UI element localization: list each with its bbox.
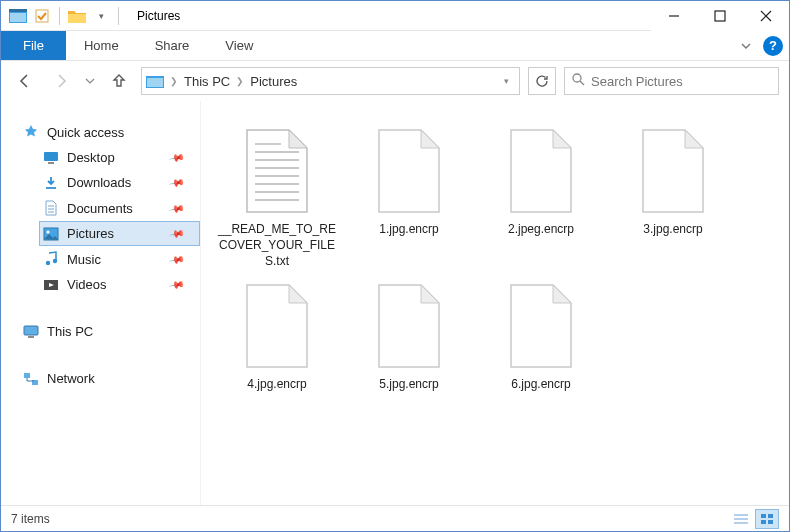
- file-name-label: 6.jpg.encrp: [507, 376, 574, 392]
- tree-group-network: Network: [19, 366, 200, 391]
- sidebar-item-downloads[interactable]: Downloads📌: [39, 170, 200, 195]
- tree-this-pc[interactable]: This PC: [19, 319, 200, 344]
- file-icon: [368, 125, 450, 217]
- sidebar-item-music[interactable]: Music📌: [39, 246, 200, 272]
- sidebar-item-pictures[interactable]: Pictures📌: [39, 221, 200, 246]
- window-title: Pictures: [137, 9, 651, 23]
- back-button[interactable]: [11, 67, 39, 95]
- file-tab[interactable]: File: [1, 31, 66, 60]
- tree-label: Network: [47, 371, 95, 386]
- svg-line-11: [580, 81, 584, 85]
- file-item[interactable]: 5.jpg.encrp: [343, 276, 475, 431]
- svg-rect-9: [147, 78, 163, 87]
- file-item[interactable]: 3.jpg.encrp: [607, 121, 739, 276]
- close-button[interactable]: [743, 1, 789, 31]
- addressbar-dropdown-icon[interactable]: ▾: [504, 76, 509, 86]
- sidebar-item-label: Videos: [67, 277, 107, 292]
- svg-point-19: [46, 230, 49, 233]
- refresh-button[interactable]: [528, 67, 556, 95]
- file-list[interactable]: __READ_ME_TO_RECOVER_YOUR_FILES.txt 1.jp…: [201, 101, 789, 505]
- view-details-button[interactable]: [729, 509, 753, 529]
- file-name-label: 1.jpg.encrp: [375, 221, 442, 237]
- svg-rect-40: [761, 520, 766, 524]
- view-large-icons-button[interactable]: [755, 509, 779, 529]
- file-name-label: 2.jpeg.encrp: [504, 221, 578, 237]
- item-count: 7 items: [11, 512, 50, 526]
- file-item[interactable]: 1.jpg.encrp: [343, 121, 475, 276]
- ribbon-expand-icon[interactable]: [735, 40, 757, 52]
- sidebar-item-label: Music: [67, 252, 101, 267]
- forward-button[interactable]: [47, 67, 75, 95]
- pin-icon: 📌: [169, 226, 185, 242]
- svg-point-21: [53, 259, 57, 263]
- chevron-right-icon[interactable]: ❯: [170, 76, 178, 86]
- ribbon: File Home Share View ?: [1, 31, 789, 61]
- chevron-right-icon[interactable]: ❯: [236, 76, 244, 86]
- file-icon: [368, 280, 450, 372]
- file-item[interactable]: 2.jpeg.encrp: [475, 121, 607, 276]
- tree-group-quickaccess: Quick access Desktop📌Downloads📌Documents…: [19, 119, 200, 297]
- sidebar-item-desktop[interactable]: Desktop📌: [39, 145, 200, 170]
- window-controls: [651, 1, 789, 31]
- network-icon: [22, 372, 40, 386]
- search-box[interactable]: [564, 67, 779, 95]
- navbar: ❯ This PC❯ Pictures ▾: [1, 61, 789, 101]
- tree-label: Quick access: [47, 125, 124, 140]
- star-icon: [22, 124, 40, 140]
- svg-rect-2: [9, 9, 27, 12]
- tab-view[interactable]: View: [207, 31, 271, 60]
- history-dropdown-icon[interactable]: [83, 67, 97, 95]
- file-item[interactable]: 6.jpg.encrp: [475, 276, 607, 431]
- pin-icon: 📌: [169, 277, 185, 293]
- nav-pane: Quick access Desktop📌Downloads📌Documents…: [1, 101, 201, 505]
- status-bar: 7 items: [1, 505, 789, 531]
- breadcrumb-item-thispc[interactable]: This PC❯: [184, 74, 244, 89]
- pc-icon: [22, 325, 40, 339]
- svg-rect-12: [44, 152, 58, 161]
- breadcrumb-label: Pictures: [250, 74, 297, 89]
- pin-icon: 📌: [169, 175, 185, 191]
- quickbar-icon-1[interactable]: [33, 7, 51, 25]
- breadcrumb-label: This PC: [184, 74, 230, 89]
- qat: ▾: [1, 7, 129, 25]
- qat-dropdown-icon[interactable]: ▾: [92, 7, 110, 25]
- tab-home[interactable]: Home: [66, 31, 137, 60]
- svg-rect-5: [715, 11, 725, 21]
- file-icon: [500, 280, 582, 372]
- file-icon: [236, 280, 318, 372]
- file-item[interactable]: __READ_ME_TO_RECOVER_YOUR_FILES.txt: [211, 121, 343, 276]
- sidebar-item-documents[interactable]: Documents📌: [39, 195, 200, 221]
- svg-rect-41: [768, 520, 773, 524]
- file-icon: [632, 125, 714, 217]
- pin-icon: 📌: [169, 251, 185, 267]
- file-icon: [236, 125, 318, 217]
- folder-icon[interactable]: [68, 7, 86, 25]
- search-input[interactable]: [591, 74, 772, 89]
- svg-rect-3: [36, 10, 48, 22]
- svg-rect-39: [768, 514, 773, 518]
- file-name-label: 5.jpg.encrp: [375, 376, 442, 392]
- breadcrumb-item-pictures[interactable]: Pictures: [250, 74, 297, 89]
- help-button[interactable]: ?: [763, 36, 783, 56]
- separator: [118, 7, 119, 25]
- maximize-button[interactable]: [697, 1, 743, 31]
- tree-label: This PC: [47, 324, 93, 339]
- file-item[interactable]: 4.jpg.encrp: [211, 276, 343, 431]
- sidebar-item-label: Desktop: [67, 150, 115, 165]
- svg-rect-24: [28, 336, 34, 338]
- address-bar[interactable]: ❯ This PC❯ Pictures ▾: [141, 67, 520, 95]
- sidebar-item-label: Downloads: [67, 175, 131, 190]
- file-name-label: 4.jpg.encrp: [243, 376, 310, 392]
- desktop-icon: [42, 151, 60, 165]
- tree-quick-access[interactable]: Quick access: [19, 119, 200, 145]
- videos-icon: [42, 278, 60, 292]
- minimize-button[interactable]: [651, 1, 697, 31]
- tree-network[interactable]: Network: [19, 366, 200, 391]
- sidebar-item-videos[interactable]: Videos📌: [39, 272, 200, 297]
- tab-share[interactable]: Share: [137, 31, 208, 60]
- sidebar-item-label: Pictures: [67, 226, 114, 241]
- file-icon: [500, 125, 582, 217]
- search-icon: [571, 72, 585, 90]
- pin-icon: 📌: [169, 200, 185, 216]
- up-button[interactable]: [105, 67, 133, 95]
